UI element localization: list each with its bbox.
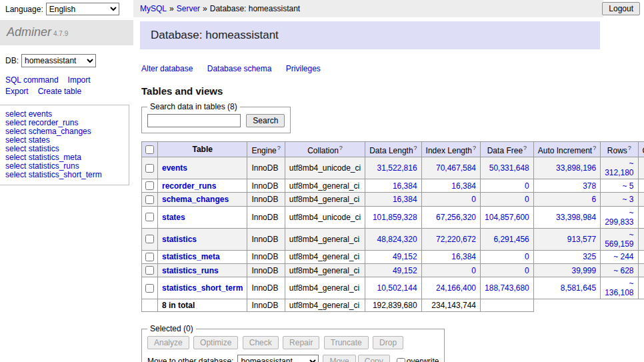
sidebar-table-link-statistics[interactable]: select statistics [5, 144, 59, 153]
engine-cell: InnoDB [247, 193, 285, 206]
data-free-link[interactable]: 104,857,600 [485, 213, 529, 222]
breadcrumb-separator: » [169, 4, 174, 13]
data-length-link[interactable]: 48,824,320 [377, 235, 417, 244]
repair-button[interactable]: Repair [283, 336, 319, 349]
alter-database-link[interactable]: Alter database [141, 64, 193, 73]
adminer-logo-link[interactable]: Adminer4.7.9 [7, 29, 68, 38]
index-length-link[interactable]: 0 [471, 266, 476, 275]
index-length-link[interactable]: 16,384 [451, 181, 476, 191]
tables-and-views-heading: Tables and views [141, 85, 600, 97]
table-link[interactable]: statistics_short_term [162, 283, 243, 293]
data-free-link[interactable]: 0 [525, 195, 529, 204]
auto-increment-link[interactable]: 33,898,196 [556, 163, 596, 173]
export-link[interactable]: Export [5, 87, 29, 96]
data-length-link[interactable]: 10,502,144 [377, 283, 417, 293]
rows-count-link[interactable]: ~ 3 [623, 195, 634, 204]
breadcrumb-link-mysql[interactable]: MySQL [140, 4, 167, 13]
row-checkbox[interactable] [145, 195, 154, 204]
row-checkbox[interactable] [145, 253, 154, 261]
data-length-link[interactable]: 101,859,328 [373, 213, 417, 222]
move-db-select[interactable]: homeassistant [237, 355, 319, 362]
index-length-link[interactable]: 24,166,400 [436, 283, 476, 293]
data-length-link[interactable]: 16,384 [393, 195, 417, 204]
auto-increment-link[interactable]: 6 [591, 195, 596, 204]
row-checkbox[interactable] [145, 181, 154, 190]
breadcrumb-link-server[interactable]: Server [177, 4, 200, 13]
auto-increment-link[interactable]: 39,999 [571, 266, 596, 275]
create-table-link-sidebar[interactable]: Create table [38, 87, 81, 96]
data-free-link[interactable]: 0 [525, 266, 529, 275]
auto-increment-link[interactable]: 913,577 [567, 235, 596, 244]
row-checkbox[interactable] [145, 235, 154, 243]
copy-button[interactable]: Copy [358, 355, 390, 362]
select-all-checkbox[interactable] [145, 145, 154, 154]
sidebar-table-link-statistics-short-term[interactable]: select statistics_short_term [5, 170, 102, 179]
rows-count-link[interactable]: ~ 244 [613, 252, 633, 261]
comment-cell [638, 179, 644, 193]
index-length-link[interactable]: 70,467,584 [436, 163, 476, 173]
overwrite-checkbox[interactable] [397, 358, 405, 362]
rows-count-link[interactable]: ~ 312,180 [605, 159, 633, 177]
data-free-link[interactable]: 50,331,648 [489, 163, 529, 173]
sidebar: Adminer4.7.9 DB:homeassistant SQL comman… [0, 17, 133, 185]
data-length-link[interactable]: 16,384 [393, 181, 417, 191]
rows-count-link[interactable]: ~ 136,108 [605, 279, 633, 297]
rows-count-link[interactable]: ~ 569,159 [605, 230, 633, 249]
col-header-engine: Engine? [247, 142, 285, 157]
search-button[interactable]: Search [246, 114, 285, 127]
privileges-link[interactable]: Privileges [286, 64, 321, 73]
engine-cell: InnoDB [247, 263, 285, 277]
data-length-link[interactable]: 49,152 [393, 266, 417, 275]
auto-increment-link[interactable]: 8,581,645 [561, 283, 596, 293]
data-free-link[interactable]: 0 [525, 252, 529, 261]
data-length-link[interactable]: 31,522,816 [377, 163, 417, 173]
drop-button[interactable]: Drop [373, 336, 403, 349]
db-select[interactable]: homeassistant [21, 54, 96, 67]
data-length-link[interactable]: 49,152 [393, 252, 417, 261]
auto-increment-link[interactable]: 378 [583, 181, 596, 191]
table-link[interactable]: events [162, 163, 187, 173]
import-link[interactable]: Import [68, 75, 91, 85]
table-link[interactable]: statistics_meta [162, 252, 220, 261]
table-link[interactable]: schema_changes [162, 195, 229, 204]
sidebar-table-link-statistics-runs[interactable]: select statistics_runs [5, 161, 79, 171]
sidebar-table-link-schema-changes[interactable]: select schema_changes [5, 127, 91, 136]
database-schema-link[interactable]: Database schema [207, 64, 272, 73]
index-length-link[interactable]: 72,220,672 [436, 235, 476, 244]
check-button[interactable]: Check [243, 336, 279, 349]
table-link[interactable]: recorder_runs [162, 181, 216, 191]
table-link[interactable]: statistics_runs [162, 266, 219, 275]
row-checkbox[interactable] [145, 164, 154, 173]
search-fieldset: Search data in tables (8) Search [141, 102, 291, 133]
optimize-button[interactable]: Optimize [193, 336, 238, 349]
rows-count-link[interactable]: ~ 628 [613, 266, 633, 275]
collation-cell: utf8mb4_general_ci [285, 250, 365, 263]
sidebar-table-link-states[interactable]: select states [5, 135, 50, 145]
auto-increment-link[interactable]: 33,398,984 [556, 213, 596, 222]
collation-cell: utf8mb4_general_ci [285, 179, 365, 193]
data-free-link[interactable]: 6,291,456 [493, 235, 529, 244]
table-link[interactable]: states [162, 213, 185, 222]
language-select[interactable]: English [46, 3, 119, 15]
logout-button[interactable]: Logout [602, 2, 640, 15]
sidebar-table-link-statistics-meta[interactable]: select statistics_meta [5, 153, 81, 162]
index-length-link[interactable]: 0 [471, 195, 476, 204]
rows-count-link[interactable]: ~ 299,833 [605, 208, 633, 227]
data-free-link[interactable]: 188,743,680 [485, 283, 529, 293]
sql-command-link[interactable]: SQL command [5, 75, 59, 85]
rows-count-link[interactable]: ~ 5 [623, 181, 634, 191]
row-checkbox[interactable] [145, 266, 154, 275]
table-link[interactable]: statistics [162, 235, 197, 244]
row-checkbox[interactable] [145, 284, 154, 293]
sidebar-table-link-events[interactable]: select events [5, 109, 52, 119]
move-button[interactable]: Move [323, 355, 355, 362]
index-length-link[interactable]: 16,384 [451, 252, 476, 261]
analyze-button[interactable]: Analyze [147, 336, 189, 349]
data-free-link[interactable]: 0 [525, 181, 529, 191]
search-input[interactable] [147, 114, 241, 127]
index-length-link[interactable]: 67,256,320 [436, 213, 476, 222]
sidebar-table-link-recorder-runs[interactable]: select recorder_runs [5, 118, 78, 127]
row-checkbox[interactable] [145, 213, 154, 221]
auto-increment-link[interactable]: 325 [583, 252, 596, 261]
truncate-button[interactable]: Truncate [324, 336, 369, 349]
